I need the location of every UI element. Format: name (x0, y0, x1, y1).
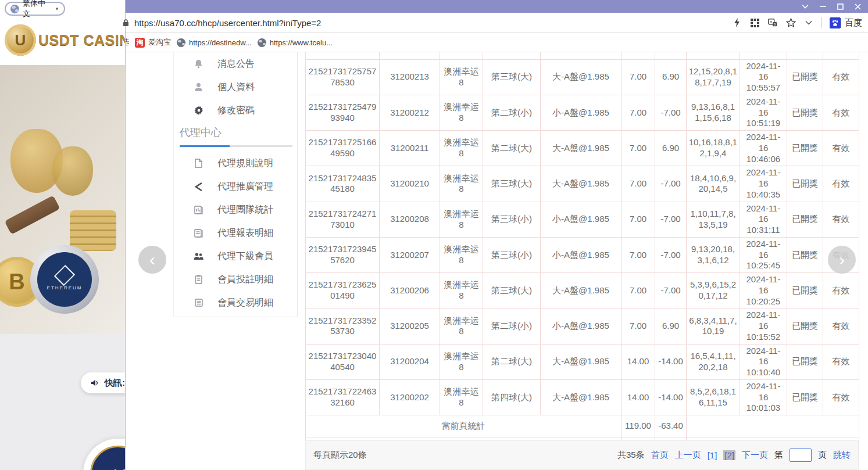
bet-id-cell: 2152173172516649590 (306, 131, 380, 166)
table-row[interactable]: 2152173172547993940 31200212 澳洲幸运8 第二球(小… (306, 95, 859, 130)
bet-content-cell: 大-A盤@1.985 (541, 59, 621, 95)
next-page-link[interactable]: 下一页 (742, 450, 768, 461)
amount-cell: 14.00 (621, 344, 655, 379)
lottery-cell: 澳洲幸运8 (440, 166, 483, 202)
sidebar-item-member-transaction-details[interactable]: 會員交易明細 (174, 291, 297, 314)
prev-page-link[interactable]: 上一页 (675, 450, 701, 461)
issue-cell: 31200208 (380, 202, 440, 237)
sidebar-item-member-bet-details[interactable]: 會員投註明細 (174, 268, 297, 291)
bet-id-cell: 2152173172547993940 (306, 95, 380, 130)
bet-content-cell: 小-A盤@1.985 (541, 308, 621, 344)
play-cell: 第三球(小) (483, 202, 541, 237)
site-logo: U USDT CASINO (5, 24, 125, 56)
bet-content-cell: 小-A盤@1.985 (541, 95, 621, 130)
toolbar-divider (821, 17, 822, 28)
baidu-search-button[interactable]: 百度 (830, 17, 862, 28)
page-2-current[interactable]: [2] (723, 450, 735, 460)
page-total-amount: 119.00 (621, 415, 655, 437)
page-total-label: 當前頁統計 (306, 415, 621, 437)
sidebar-item-agent-reports[interactable]: 代理報表明細 (174, 221, 297, 245)
globe-icon (258, 38, 266, 47)
winloss-cell: -14.00 (655, 379, 687, 415)
news-ticker[interactable]: 快訊: (81, 372, 125, 393)
gear-icon (194, 106, 203, 115)
bet-content-cell: 大-A盤@1.985 (541, 166, 621, 202)
time-cell: 2024-11-16 10:40:35 (740, 166, 787, 202)
table-row[interactable]: 2152173172362501490 31200206 澳洲幸运8 第三球(大… (306, 273, 859, 308)
carousel-prev-button[interactable]: ‹ (138, 246, 166, 274)
sidebar-item-agent-downline-members[interactable]: 代理下級會員 (174, 245, 297, 268)
status-cell: 已開獎 (787, 379, 823, 415)
issue-cell: 31200202 (380, 379, 440, 415)
issue-cell: 31200210 (380, 166, 440, 202)
translate-icon[interactable]: a b (767, 17, 778, 28)
first-page-link[interactable]: 首页 (651, 450, 669, 461)
time-cell: 2024-11-16 10:01:03 (740, 379, 787, 415)
table-row[interactable]: 2152173172427173010 31200208 澳洲幸运8 第三球(小… (306, 202, 859, 237)
bookmark-item[interactable]: 选 (126, 37, 129, 48)
bookmark-item-destinedw[interactable]: https://destinedw... (177, 38, 252, 47)
table-row[interactable]: 2152173172483545180 31200210 澳洲幸运8 第三球(大… (306, 166, 859, 202)
lottery-cell: 澳洲幸运8 (440, 131, 483, 166)
issue-cell: 31200205 (380, 308, 440, 344)
bookmark-item-aitaobao[interactable]: 淘 爱淘宝 (135, 37, 171, 48)
sidebar-item-announcements[interactable]: 消息公告 (174, 52, 297, 76)
money-bag-image (52, 146, 93, 196)
lightning-icon[interactable] (731, 17, 742, 28)
report-icon (194, 229, 203, 238)
users-icon (194, 252, 203, 260)
table-row[interactable]: 2152173172516649590 31200211 澳洲幸运8 第二球(大… (306, 131, 859, 166)
chevron-down-icon[interactable] (803, 17, 814, 28)
time-cell: 2024-11-16 10:55:57 (740, 59, 787, 95)
jump-prefix-label: 第 (774, 450, 783, 461)
promo-photo: B ETHEREUM (0, 65, 125, 334)
apps-grid-icon[interactable] (749, 17, 760, 28)
lottery-cell: 澳洲幸运8 (440, 202, 483, 237)
amount-cell: 7.00 (621, 237, 655, 272)
bet-id-cell: 2152173172362501490 (306, 273, 380, 308)
sidebar-item-agent-promotion[interactable]: 代理推廣管理 (174, 175, 297, 198)
lottery-cell: 澳洲幸运8 (440, 344, 483, 379)
sidebar-item-agent-team-stats[interactable]: 代理團隊統計 (174, 198, 297, 221)
favorite-star-icon[interactable] (785, 17, 796, 28)
table-row[interactable]: 2152173172335253730 31200205 澳洲幸运8 第二球(小… (306, 308, 859, 344)
language-selector[interactable]: 繁体中文 ▼ (5, 2, 65, 16)
page-total-row: 當前頁統計 119.00 -63.40 (306, 415, 859, 437)
table-row[interactable]: 2152173172246332160 31200202 澳洲幸运8 第四球(大… (306, 379, 859, 415)
table-row[interactable]: 2152173172304040540 31200204 澳洲幸运8 第二球(大… (306, 344, 859, 379)
clipboard-icon (194, 275, 203, 284)
time-cell: 2024-11-16 10:31:11 (740, 202, 787, 237)
document-icon (194, 159, 203, 168)
total-count-label: 共35条 (617, 450, 645, 461)
titlebar-chevron-down-icon[interactable] (796, 0, 814, 13)
status-cell: 已開獎 (787, 166, 823, 202)
svg-text:b: b (774, 22, 776, 26)
bookmark-item-tcelu[interactable]: https://www.tcelu... (258, 38, 333, 47)
url-field[interactable]: https://usa70.cc/hhcp/usercenter.html?in… (134, 18, 731, 28)
bottom-badge (83, 439, 125, 470)
page-1-link[interactable]: [1] (708, 450, 717, 460)
language-label: 繁体中文 (23, 0, 51, 19)
maximize-button[interactable] (831, 0, 849, 13)
issue-cell: 31200211 (380, 131, 440, 166)
sidebar-item-change-password[interactable]: 修改密碼 (174, 99, 297, 122)
close-button[interactable] (849, 0, 866, 13)
winloss-cell: -7.00 (655, 273, 687, 308)
person-icon (194, 82, 203, 92)
status-cell: 已開獎 (787, 131, 823, 166)
lottery-cell: 澳洲幸运8 (440, 95, 483, 130)
page-total-winloss: -63.40 (655, 415, 687, 437)
status-cell: 已開獎 (787, 344, 823, 379)
bookmarks-bar: 选 淘 爱淘宝 https://destinedw... https://www… (126, 33, 868, 52)
table-row[interactable]: 2152173172575778530 31200213 澳洲幸运8 第三球(大… (306, 59, 859, 95)
ethereum-coin-label: ETHEREUM (47, 285, 83, 290)
stats-icon (194, 206, 203, 214)
minimize-button[interactable] (814, 0, 831, 13)
sidebar-item-profile[interactable]: 個人資料 (174, 76, 297, 99)
status-cell: 已開獎 (787, 273, 823, 308)
jump-button[interactable]: 跳转 (833, 450, 851, 461)
table-row[interactable]: 2152173172394557620 31200207 澳洲幸运8 第三球(小… (306, 237, 859, 272)
page-jump-input[interactable] (790, 449, 812, 462)
sidebar-item-agent-rules[interactable]: 代理規則說明 (174, 152, 297, 175)
carousel-next-button[interactable]: › (828, 246, 856, 274)
